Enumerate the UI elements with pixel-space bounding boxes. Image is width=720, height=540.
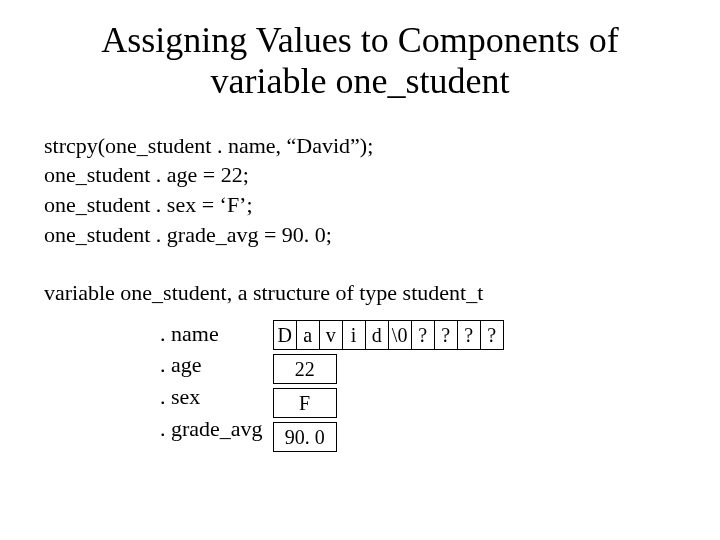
label-sex: . sex bbox=[160, 381, 200, 413]
name-char-cell: D bbox=[273, 320, 296, 350]
name-char-cell: ? bbox=[411, 320, 434, 350]
code-line-1: strcpy(one_student . name, “David”); bbox=[44, 131, 680, 161]
title-line-1: Assigning Values to Components of bbox=[101, 20, 618, 60]
explanation-text: variable one_student, a structure of typ… bbox=[44, 280, 680, 306]
label-name: . name bbox=[160, 318, 219, 350]
code-block: strcpy(one_student . name, “David”); one… bbox=[44, 131, 680, 250]
name-char-cell: i bbox=[342, 320, 365, 350]
age-box: 22 bbox=[273, 354, 337, 384]
name-char-cell: v bbox=[319, 320, 342, 350]
grade-avg-box: 90. 0 bbox=[273, 422, 337, 452]
title-line-2: variable one_student bbox=[211, 61, 510, 101]
name-char-cell: a bbox=[296, 320, 319, 350]
sex-box: F bbox=[273, 388, 337, 418]
name-char-array: D a v i d \0 ? ? ? ? bbox=[273, 320, 504, 350]
name-char-cell: ? bbox=[434, 320, 457, 350]
name-char-cell: ? bbox=[457, 320, 480, 350]
name-char-cell: \0 bbox=[388, 320, 411, 350]
code-line-4: one_student . grade_avg = 90. 0; bbox=[44, 220, 680, 250]
name-char-cell: ? bbox=[480, 320, 504, 350]
label-age: . age bbox=[160, 349, 202, 381]
code-line-3: one_student . sex = ‘F’; bbox=[44, 190, 680, 220]
name-char-cell: d bbox=[365, 320, 388, 350]
label-grade-avg: . grade_avg bbox=[160, 413, 263, 445]
slide-title: Assigning Values to Components of variab… bbox=[40, 20, 680, 103]
code-line-2: one_student . age = 22; bbox=[44, 160, 680, 190]
struct-diagram: . name . age . sex . grade_avg D a v i d… bbox=[160, 318, 680, 456]
